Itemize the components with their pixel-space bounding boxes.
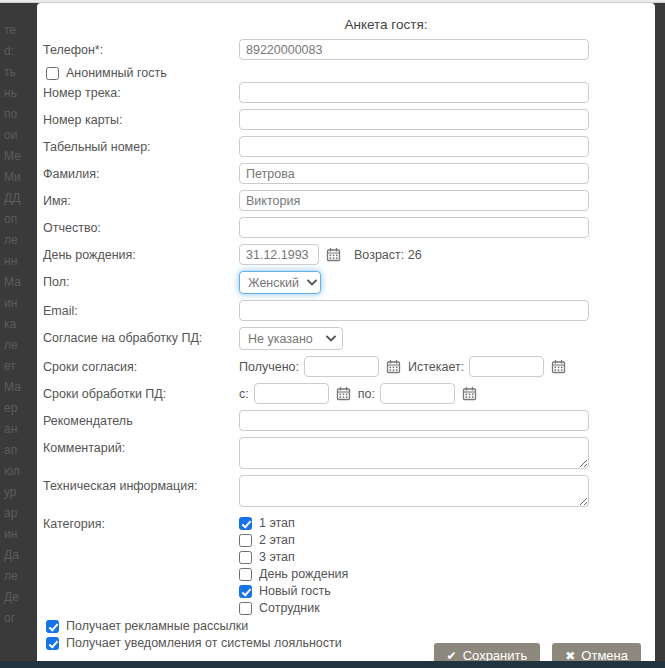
firstname-row: Имя:: [43, 190, 641, 211]
comment-row: Комментарий:: [43, 437, 641, 469]
processing-from-calendar-icon[interactable]: [336, 386, 351, 401]
consent-received-calendar-icon[interactable]: [386, 359, 401, 374]
processing-to-label: по:: [358, 387, 375, 401]
track-number-row: Номер трека:: [43, 82, 641, 103]
processing-terms-row: Сроки обработки ПД: с: по:: [43, 383, 641, 404]
tech-info-textarea[interactable]: [239, 475, 589, 507]
birthday-calendar-icon[interactable]: [326, 247, 341, 262]
lastname-label: Фамилия:: [43, 163, 239, 181]
consent-received-input[interactable]: [304, 356, 379, 377]
consent-terms-row: Сроки согласия: Получено: Истекает:: [43, 356, 641, 377]
gender-label: Пол:: [43, 271, 239, 289]
age-text: Возраст: 26: [354, 248, 422, 262]
lastname-row: Фамилия:: [43, 163, 641, 184]
anonymous-guest-label: Анонимный гость: [66, 66, 167, 80]
card-number-input[interactable]: [239, 109, 589, 130]
category-option: 2 этап: [239, 533, 348, 547]
gender-select-value: Женский: [248, 276, 299, 290]
recommender-label: Рекомендатель: [43, 410, 239, 428]
category-stage1-checkbox[interactable]: [239, 517, 252, 530]
personnel-number-row: Табельный номер:: [43, 136, 641, 157]
gender-row: Пол: Женский: [43, 271, 641, 294]
card-number-label: Номер карты:: [43, 109, 239, 127]
processing-from-input[interactable]: [254, 383, 329, 404]
anonymous-guest-row: Анонимный гость: [46, 66, 641, 80]
firstname-input[interactable]: [239, 190, 589, 211]
processing-to-calendar-icon[interactable]: [462, 386, 477, 401]
track-number-input[interactable]: [239, 82, 589, 103]
birthday-row: День рождения: Возраст: 26: [43, 244, 641, 265]
consent-expires-label: Истекает:: [408, 360, 464, 374]
comment-label: Комментарий:: [43, 437, 239, 455]
consent-select[interactable]: Не указано: [239, 327, 343, 350]
personnel-number-input[interactable]: [239, 136, 589, 157]
personnel-number-label: Табельный номер:: [43, 136, 239, 154]
category-birthday-label: День рождения: [259, 567, 348, 581]
mailing-row: Получает рекламные рассылки: [46, 619, 641, 633]
chevron-down-icon: [326, 335, 336, 342]
consent-terms-label: Сроки согласия:: [43, 356, 239, 374]
chevron-down-icon: [307, 279, 317, 286]
processing-to-input[interactable]: [380, 383, 455, 404]
recommender-row: Рекомендатель: [43, 410, 641, 431]
category-option: День рождения: [239, 567, 348, 581]
email-label: Email:: [43, 300, 239, 318]
firstname-label: Имя:: [43, 190, 239, 208]
birthday-label: День рождения:: [43, 244, 239, 262]
processing-terms-label: Сроки обработки ПД:: [43, 383, 239, 401]
category-new-guest-checkbox[interactable]: [239, 585, 252, 598]
consent-received-label: Получено:: [239, 360, 299, 374]
gender-select[interactable]: Женский: [239, 271, 321, 294]
category-stage2-checkbox[interactable]: [239, 534, 252, 547]
category-stage3-label: 3 этап: [259, 550, 295, 564]
category-employee-label: Сотрудник: [259, 601, 320, 615]
recommender-input[interactable]: [239, 410, 589, 431]
category-label: Категория:: [43, 513, 239, 531]
category-stage3-checkbox[interactable]: [239, 551, 252, 564]
tech-info-row: Техническая информация:: [43, 475, 641, 507]
anonymous-guest-checkbox[interactable]: [46, 67, 59, 80]
category-option: 3 этап: [239, 550, 348, 564]
mailing-label: Получает рекламные рассылки: [66, 619, 248, 633]
middlename-row: Отчество:: [43, 217, 641, 238]
modal-title: Анкета гостя:: [43, 17, 641, 32]
consent-expires-calendar-icon[interactable]: [551, 359, 566, 374]
email-input[interactable]: [239, 300, 589, 321]
category-new-guest-label: Новый гость: [259, 584, 331, 598]
dimmed-background-text: те d: ть нь по ои Ме Ми ДД оп ле нн Ма и…: [4, 20, 37, 650]
tech-info-label: Техническая информация:: [43, 475, 239, 493]
processing-from-label: с:: [239, 387, 249, 401]
lastname-input[interactable]: [239, 163, 589, 184]
category-stage2-label: 2 этап: [259, 533, 295, 547]
page-bottom-bar: [0, 661, 665, 668]
comment-textarea[interactable]: [239, 437, 589, 469]
consent-select-value: Не указано: [248, 332, 313, 346]
category-option: Сотрудник: [239, 601, 348, 615]
category-option: Новый гость: [239, 584, 348, 598]
category-stage1-label: 1 этап: [259, 516, 295, 530]
category-option: 1 этап: [239, 516, 348, 530]
category-employee-checkbox[interactable]: [239, 602, 252, 615]
category-birthday-checkbox[interactable]: [239, 568, 252, 581]
page-top-edge: [0, 0, 665, 3]
mailing-checkbox[interactable]: [46, 620, 59, 633]
phone-label: Телефон*:: [43, 39, 239, 57]
middlename-input[interactable]: [239, 217, 589, 238]
guest-form-modal: Анкета гостя: Телефон*: Анонимный гость …: [37, 3, 655, 668]
email-row: Email:: [43, 300, 641, 321]
category-row: Категория: 1 этап 2 этап 3 этап День рож…: [43, 513, 641, 615]
track-number-label: Номер трека:: [43, 82, 239, 100]
middlename-label: Отчество:: [43, 217, 239, 235]
consent-expires-input[interactable]: [469, 356, 544, 377]
consent-row: Согласие на обработку ПД: Не указано: [43, 327, 641, 350]
phone-input[interactable]: [239, 39, 589, 60]
loyalty-checkbox[interactable]: [46, 637, 59, 650]
loyalty-label: Получает уведомления от системы лояльнос…: [66, 636, 342, 650]
card-number-row: Номер карты:: [43, 109, 641, 130]
consent-label: Согласие на обработку ПД:: [43, 327, 239, 345]
phone-row: Телефон*:: [43, 39, 641, 60]
birthday-input[interactable]: [239, 244, 319, 265]
